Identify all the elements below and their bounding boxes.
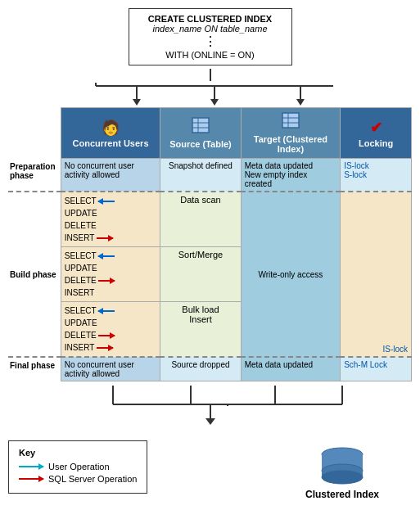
header-target: Target (Clustered Index) (241, 108, 340, 159)
clustered-index-container: Clustered Index (305, 446, 379, 500)
table-icon (163, 117, 237, 138)
build-concurrent-1: SELECT UPDATE DELETE INSERT (61, 192, 160, 247)
build-locking: IS-lock (341, 192, 412, 357)
arrow-right-3b (97, 347, 113, 349)
final-phase-label: Final phase (8, 357, 61, 381)
arrow-right-1 (97, 237, 113, 239)
split-arrows-svg (14, 83, 407, 106)
final-phase-row: Final phase No concurrent user activity … (8, 357, 412, 381)
header-locking: ✔ Locking (341, 108, 412, 159)
svg-marker-3 (133, 99, 141, 106)
svg-marker-23 (205, 418, 215, 425)
svg-rect-12 (282, 113, 299, 128)
svg-point-28 (322, 471, 363, 484)
clustered-index-label: Clustered Index (305, 489, 379, 500)
key-arrow-blue-icon (19, 466, 43, 467)
build-concurrent-3: SELECT UPDATE DELETE INSERT (61, 302, 160, 358)
build-phase-label: Build phase (8, 192, 61, 357)
bottom-arrows-cell (61, 381, 411, 408)
arrow-line-top (210, 69, 211, 81)
arrow-split-container (8, 83, 412, 106)
key-sql-op: SQL Server Operation (19, 474, 137, 484)
clustered-index-icon (305, 446, 379, 489)
arrow-left-2 (98, 255, 115, 257)
final-arrow-svg (202, 404, 219, 428)
prep-locking-cell: IS-lock S-lock (341, 159, 412, 192)
final-concurrent-cell: No concurrent user activity allowed (61, 357, 160, 381)
arrow-left-3 (98, 310, 115, 312)
build-source-3: Bulk loadInsert (160, 302, 241, 358)
final-locking-cell: Sch-M Lock (341, 357, 412, 381)
build-target: Write-only access (241, 192, 340, 357)
key-section: Key User Operation SQL Server Operation (8, 440, 147, 494)
svg-marker-5 (210, 99, 219, 106)
sql-line1: CREATE CLUSTERED INDEX (138, 14, 283, 24)
key-title: Key (19, 448, 137, 458)
sql-line2: index_name ON table_name (138, 24, 283, 34)
key-arrow-red-icon (19, 478, 43, 480)
svg-rect-8 (192, 118, 209, 133)
final-source-cell: Source dropped (160, 357, 241, 381)
svg-marker-7 (296, 99, 305, 106)
build-concurrent-2: SELECT UPDATE DELETE INSERT (61, 247, 160, 302)
person-icon: 🧑 (64, 119, 157, 137)
bottom-section: Key User Operation SQL Server Operation (8, 434, 412, 500)
prep-concurrent-cell: No concurrent user activity allowed (61, 159, 160, 192)
main-diagram: 🧑 Concurrent Users Source (Table) Target… (8, 107, 412, 408)
build-row-1: Build phase SELECT UPDATE DELETE INSERT … (8, 192, 412, 247)
arrow-right-2 (98, 280, 115, 282)
sql-box: CREATE CLUSTERED INDEX index_name ON tab… (129, 8, 292, 65)
phase-col-header (8, 108, 61, 159)
prep-target-cell: Meta data updated New empty index create… (241, 159, 340, 192)
build-source-2: Sort/Merge (160, 247, 241, 302)
sql-line3: WITH (ONLINE = ON) (138, 50, 283, 60)
arrow-left-1 (98, 201, 115, 202)
key-user-op: User Operation (19, 462, 137, 472)
sql-dots: ⋮ (138, 35, 283, 48)
prep-phase-label: Preparation phase (8, 159, 61, 192)
header-concurrent: 🧑 Concurrent Users (61, 108, 160, 159)
prep-phase-row: Preparation phase No concurrent user act… (8, 159, 412, 192)
target-icon (244, 112, 337, 133)
check-icon: ✔ (343, 119, 409, 137)
bottom-arrows-svg (72, 381, 400, 406)
page: CREATE CLUSTERED INDEX index_name ON tab… (0, 0, 420, 508)
header-source: Source (Table) (160, 108, 241, 159)
build-source-1: Data scan (160, 192, 241, 247)
arrow-right-3a (98, 335, 115, 336)
final-target-cell: Meta data updated (241, 357, 340, 381)
prep-source-cell: Snapshot defined (160, 159, 241, 192)
